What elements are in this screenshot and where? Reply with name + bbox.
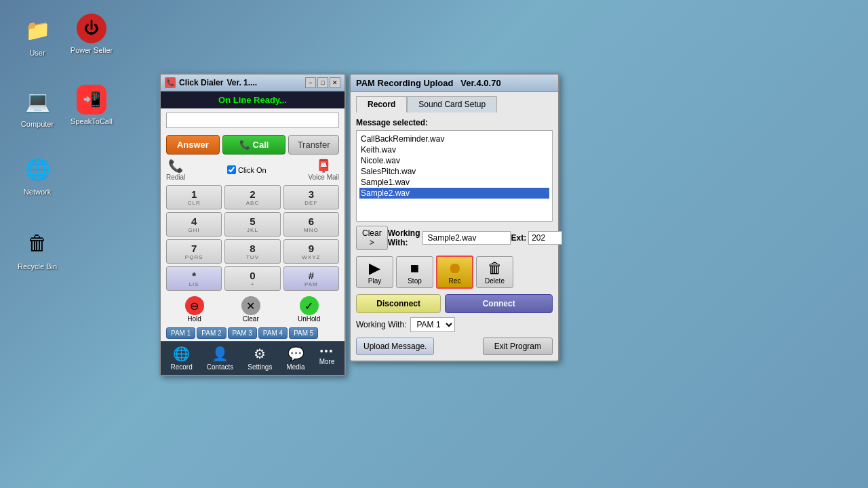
stop-label: Stop [408, 277, 422, 285]
minimize-button[interactable]: − [305, 77, 316, 88]
media-icon: 💬 [288, 346, 304, 362]
file-list[interactable]: CallBackReminder.wav Keith.wav Nicole.wa… [356, 130, 553, 222]
pam-tabs-row: PAM 1 PAM 2 PAM 3 PAM 4 PAM 5 [161, 325, 344, 341]
desktop-icon-computer[interactable]: 💻 Computer [14, 85, 61, 128]
key-6[interactable]: 6MNO [283, 212, 339, 237]
hold-label: Hold [187, 315, 201, 323]
disconnect-button[interactable]: Disconnect [356, 294, 441, 313]
hold-row: ⊖ Hold ✕ Clear ✓ UnHold [161, 293, 344, 325]
stop-button[interactable]: ■ Stop [396, 256, 433, 288]
key-1[interactable]: 1CLR [166, 185, 222, 209]
upload-button[interactable]: Upload Message. [356, 338, 434, 355]
contacts-bottom-button[interactable]: 👤 Contacts [207, 346, 233, 371]
file-item-keith[interactable]: Keith.wav [359, 144, 549, 155]
speaktocall-icon: 📲 [77, 85, 106, 115]
powerseller-icon-label: Power Seller [71, 46, 113, 54]
key-hash[interactable]: #PAM [283, 266, 339, 291]
ext-input[interactable] [528, 231, 562, 245]
voicemail-button[interactable]: 📮 Voice Mail [308, 159, 339, 181]
desktop-icon-network[interactable]: 🌐 Network [14, 152, 61, 196]
key-star[interactable]: *LIS [166, 266, 222, 291]
desktop-icon-powerseller[interactable]: ⏻ Power Seller [68, 14, 115, 54]
pam-tab-1[interactable]: PAM 1 [166, 327, 195, 339]
call-phone-icon: 📞 [239, 140, 250, 150]
message-selected-label: Message selected: [356, 118, 553, 127]
pam-tab-5[interactable]: PAM 5 [289, 327, 318, 339]
dialer-input-row [161, 108, 344, 132]
playback-row: ▶ Play ■ Stop ⏺ Rec 🗑 Delete [356, 256, 553, 289]
contacts-bottom-label: Contacts [207, 363, 233, 371]
clear-icon: ✕ [241, 296, 260, 315]
settings-icon: ⚙ [254, 346, 266, 362]
working-with-label: Working With: [388, 228, 420, 247]
clear-button-pam[interactable]: Clear > [356, 226, 388, 250]
computer-icon: 💻 [21, 85, 54, 117]
desktop-icon-speaktocall[interactable]: 📲 SpeakToCall [68, 85, 115, 125]
pam-tab-4[interactable]: PAM 4 [258, 327, 288, 339]
clear-btn[interactable]: Clear > [356, 226, 388, 250]
connect-button[interactable]: Connect [445, 294, 553, 313]
key-7[interactable]: 7PQRS [166, 239, 222, 264]
dialer-titlebar: 📞 Click Dialer Ver. 1.... − □ ✕ [161, 75, 344, 92]
key-2[interactable]: 2ABC [224, 185, 280, 209]
more-bottom-label: More [319, 358, 335, 365]
clickon-checkbox-row: Click On [227, 165, 267, 174]
media-bottom-button[interactable]: 💬 Media [286, 346, 304, 371]
file-item-salespitch[interactable]: SalesPitch.wav [359, 166, 549, 177]
more-bottom-button[interactable]: ••• More [319, 346, 335, 371]
answer-button[interactable]: Answer [166, 135, 220, 155]
voicemail-label: Voice Mail [308, 174, 339, 181]
hold-button[interactable]: ⊖ Hold [185, 296, 204, 323]
call-button[interactable]: 📞 Call [222, 135, 285, 155]
delete-icon: 🗑 [488, 260, 502, 277]
working-with-pam-row: Working With: PAM 1 PAM 2 PAM 3 [356, 317, 553, 332]
user-icon-label: User [29, 49, 45, 57]
key-0[interactable]: 0+ [224, 266, 280, 291]
dialer-window: 📞 Click Dialer Ver. 1.... − □ ✕ On Line … [159, 73, 346, 376]
play-button[interactable]: ▶ Play [356, 256, 393, 288]
dialer-action-row: Answer 📞 Call Transfer [161, 132, 344, 157]
pam-tab-2[interactable]: PAM 2 [197, 327, 226, 339]
file-item-sample1[interactable]: Sample1.wav [359, 177, 549, 188]
record-bottom-button[interactable]: 🌐 Record [171, 346, 193, 371]
key-4[interactable]: 4GHI [166, 212, 222, 237]
unhold-button[interactable]: ✓ UnHold [298, 296, 320, 323]
file-item-nicole[interactable]: Nicole.wav [359, 155, 549, 166]
desktop-icon-recycle[interactable]: 🗑 Recycle Bin [14, 227, 61, 270]
network-icon-label: Network [24, 188, 51, 196]
delete-button[interactable]: 🗑 Delete [476, 256, 513, 288]
pam-tabs-row: Record Sound Card Setup [351, 92, 558, 113]
tab-record[interactable]: Record [356, 96, 407, 113]
phone-number-input[interactable] [166, 113, 339, 128]
settings-bottom-button[interactable]: ⚙ Settings [248, 346, 272, 371]
file-item-callback[interactable]: CallBackReminder.wav [359, 134, 549, 144]
exit-button[interactable]: Exit Program [483, 338, 553, 355]
dialer-app-icon: 📞 [165, 77, 176, 88]
ext-label: Ext: [511, 233, 526, 243]
key-3[interactable]: 3DEF [283, 185, 339, 209]
clickon-checkbox[interactable] [227, 165, 236, 174]
key-8[interactable]: 8TUV [224, 239, 280, 264]
key-5[interactable]: 5JKL [224, 212, 280, 237]
pam-tab-3[interactable]: PAM 3 [228, 327, 257, 339]
working-with-row: Clear > Working With: Ext: [356, 226, 553, 250]
desktop-icon-user[interactable]: 📁 User [14, 14, 61, 57]
close-button[interactable]: ✕ [330, 77, 340, 88]
transfer-button[interactable]: Transfer [288, 135, 339, 155]
unhold-label: UnHold [298, 315, 320, 323]
file-item-sample2[interactable]: Sample2.wav [359, 188, 549, 199]
working-with-file-input[interactable] [422, 231, 511, 245]
redial-button[interactable]: 📞 Redial [166, 159, 185, 181]
rec-button[interactable]: ⏺ Rec [436, 256, 473, 289]
pam-select[interactable]: PAM 1 PAM 2 PAM 3 [410, 317, 455, 332]
pam-title: PAM Recording Upload Ver.4.0.70 [356, 78, 501, 88]
maximize-button[interactable]: □ [317, 77, 328, 88]
redial-icon: 📞 [168, 159, 183, 174]
clear-button[interactable]: ✕ Clear [241, 296, 260, 323]
key-9[interactable]: 9WXYZ [283, 239, 339, 264]
keypad: 1CLR 2ABC 3DEF 4GHI 5JKL 6MNO 7PQRS 8TUV… [161, 182, 344, 293]
record-bottom-label: Record [171, 363, 193, 371]
tab-sound-card-setup[interactable]: Sound Card Setup [407, 96, 497, 113]
media-bottom-label: Media [286, 363, 304, 371]
contacts-icon: 👤 [212, 346, 229, 362]
